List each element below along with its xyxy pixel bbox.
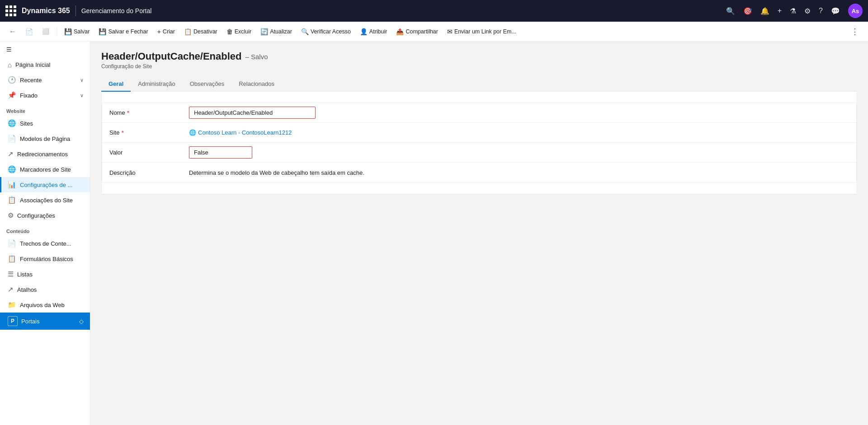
descricao-label: Descrição [102,163,184,182]
sidebar-item-site-configs[interactable]: 📊 Configurações de ... [0,177,90,192]
tab-content: Nome * Header/OutputCache/Enabled Site * [101,92,857,194]
avatar[interactable]: As [848,4,863,18]
back-button[interactable]: ← [5,24,20,39]
save-close-button[interactable]: 💾Salvar e Fechar [95,26,151,37]
descricao-value: Determina se o modelo da Web de cabeçalh… [189,169,364,176]
target-icon[interactable]: 🎯 [743,7,752,15]
portais-chevron: ◇ [79,318,84,325]
pinned-icon: 📌 [8,91,16,99]
shortcuts-icon: ↗ [8,285,14,294]
save-button[interactable]: 💾Salvar [61,26,93,37]
lists-icon: ☰ [8,270,14,278]
attribute-button[interactable]: 👤Atribuir [356,26,391,37]
nome-required: * [127,109,129,117]
sidebar-item-pinned[interactable]: 📌 Fixado ∨ [0,88,90,103]
site-label: Site * [102,123,184,142]
delete-button[interactable]: 🗑Excluir [223,26,255,37]
search-icon[interactable]: 🔍 [726,7,735,15]
descricao-value-container: Determina se o modelo da Web de cabeçalh… [184,163,856,182]
nav-divider [75,5,76,16]
nome-label: Nome * [102,103,184,122]
open-window-button[interactable]: ⬜ [38,26,53,37]
deactivate-button[interactable]: 📋Desativar [180,26,221,37]
nome-field[interactable]: Header/OutputCache/Enabled [189,107,316,119]
valor-field[interactable]: False [189,146,252,159]
sidebar-item-site-markers[interactable]: 🌐 Marcadores de Site [0,162,90,177]
tab-observacoes[interactable]: Observações [183,77,232,92]
sidebar-item-lists[interactable]: ☰ Listas [0,266,90,282]
filter-icon[interactable]: ⚗ [790,7,796,15]
sidebar-item-home[interactable]: ⌂ Página Inicial [0,57,90,72]
recent-chevron: ∨ [80,77,84,83]
verify-access-button[interactable]: 🔍Verificar Acesso [297,26,354,37]
tabs: Geral Administração Observações Relacion… [101,77,857,92]
hamburger-menu[interactable]: ☰ [0,42,90,57]
site-value-container: 🌐 Contoso Learn - ContosoLearn1212 [184,123,856,142]
page-icon-button[interactable]: 📄 [22,26,37,37]
basic-forms-icon: 📋 [8,255,16,263]
waffle-menu[interactable] [5,5,16,16]
plus-icon[interactable]: + [778,7,782,15]
settings-icon: ⚙ [8,211,14,220]
sidebar-item-redirects[interactable]: ↗ Redirecionamentos [0,146,90,162]
sidebar: ☰ ⌂ Página Inicial 🕐 Recente ∨ 📌 Fixado … [0,42,90,425]
update-button[interactable]: 🔄Atualizar [257,26,296,37]
record-saved-label: – Salvo [245,53,268,61]
sidebar-item-portais[interactable]: P Portais ◇ [0,313,90,330]
app-name: Gerenciamento do Portal [81,7,152,14]
record-header: Header/OutputCache/Enabled – Salvo Confi… [101,51,857,70]
site-link[interactable]: 🌐 Contoso Learn - ContosoLearn1212 [189,129,292,136]
top-nav-icons: 🔍 🎯 🔔 + ⚗ ⚙ ? 💬 As [726,4,863,18]
pinned-chevron: ∨ [80,93,84,98]
redirects-icon: ↗ [8,150,14,158]
globe-icon: 🌐 [189,129,196,136]
main-content: Header/OutputCache/Enabled – Salvo Confi… [90,42,868,425]
web-files-icon: 📁 [8,301,16,309]
sidebar-item-recent[interactable]: 🕐 Recente ∨ [0,72,90,88]
top-navigation: Dynamics 365 Gerenciamento do Portal 🔍 🎯… [0,0,868,22]
create-button[interactable]: +Criar [154,26,179,37]
site-configs-icon: 📊 [8,181,16,189]
brand-name: Dynamics 365 [22,7,70,15]
more-button[interactable]: ⋮ [847,25,863,38]
site-markers-icon: 🌐 [8,165,16,173]
portais-letter: P [8,316,18,326]
form-row-valor: Valor False [102,143,856,163]
form-card: Nome * Header/OutputCache/Enabled Site * [102,103,857,183]
send-link-button[interactable]: ✉Enviar um Link por Em... [443,26,520,37]
tab-administracao[interactable]: Administração [131,77,182,92]
hamburger-icon: ☰ [6,46,12,53]
command-bar: ← 📄 ⬜ 💾Salvar 💾Salvar e Fechar +Criar 📋D… [0,22,868,42]
recent-icon: 🕐 [8,76,16,84]
tab-geral[interactable]: Geral [101,77,131,92]
bell-icon[interactable]: 🔔 [760,7,769,15]
site-assoc-icon: 📋 [8,196,16,204]
app-layout: ☰ ⌂ Página Inicial 🕐 Recente ∨ 📌 Fixado … [0,42,868,425]
chat-icon[interactable]: 💬 [831,7,840,15]
form-row-nome: Nome * Header/OutputCache/Enabled [102,103,856,123]
share-button[interactable]: 📤Compartilhar [392,26,442,37]
section-content-label: Conteúdo [0,223,90,236]
sidebar-item-basic-forms[interactable]: 📋 Formulários Básicos [0,251,90,266]
valor-value-container: False [184,143,856,162]
sidebar-item-web-files[interactable]: 📁 Arquivos da Web [0,297,90,313]
page-models-icon: 📄 [8,135,16,143]
home-icon: ⌂ [8,61,12,69]
sidebar-item-sites[interactable]: 🌐 Sites [0,116,90,131]
tab-relacionados[interactable]: Relacionados [231,77,282,92]
form-row-site: Site * 🌐 Contoso Learn - ContosoLearn121… [102,123,856,143]
gear-icon[interactable]: ⚙ [804,7,811,15]
separator-1 [57,27,57,36]
sidebar-item-settings[interactable]: ⚙ Configurações [0,208,90,223]
sidebar-item-page-models[interactable]: 📄 Modelos de Página [0,131,90,146]
content-snippets-icon: 📄 [8,239,16,248]
question-icon[interactable]: ? [819,7,823,15]
section-website-label: Website [0,103,90,116]
record-title: Header/OutputCache/Enabled – Salvo [101,51,857,62]
sidebar-item-site-assoc[interactable]: 📋 Associações do Site [0,192,90,208]
sidebar-item-content-snippets[interactable]: 📄 Trechos de Conte... [0,236,90,251]
sidebar-item-shortcuts[interactable]: ↗ Atalhos [0,282,90,297]
record-subtitle: Configuração de Site [101,63,857,70]
sites-icon: 🌐 [8,119,16,127]
nome-value-container: Header/OutputCache/Enabled [184,103,856,122]
